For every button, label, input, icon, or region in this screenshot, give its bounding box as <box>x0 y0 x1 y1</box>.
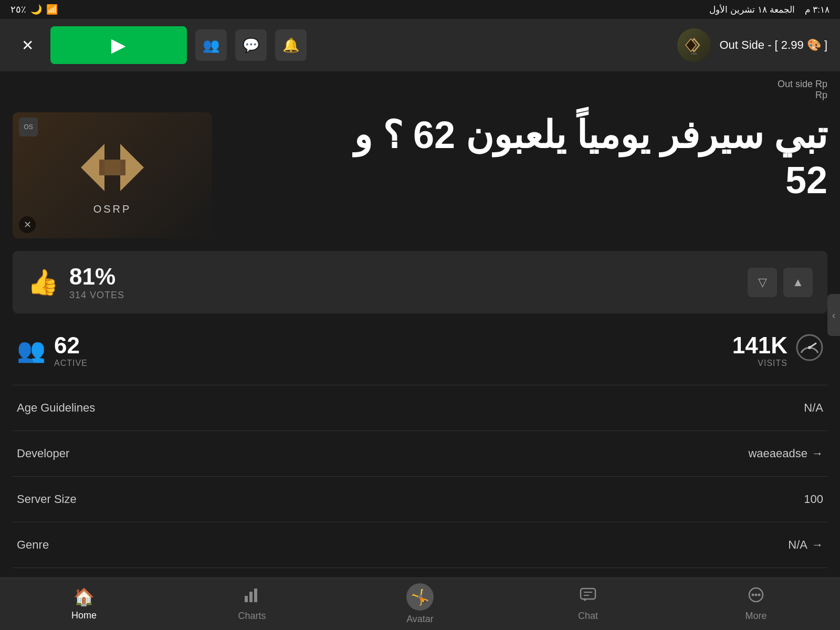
thumbnail-badge: OS <box>19 118 38 136</box>
server-size-value: 100 <box>804 492 823 506</box>
developer-value: waeaeadse <box>748 447 807 460</box>
svg-marker-1 <box>686 39 696 51</box>
svg-point-17 <box>752 594 754 596</box>
server-avatar: OS <box>677 28 711 62</box>
home-label: Home <box>71 610 97 621</box>
nav-tab-more[interactable]: More <box>672 578 840 630</box>
downvote-button[interactable]: ▽ <box>748 268 777 297</box>
hero-section: OSRP OS ✕ تبي سيرفر يومياً يلعبون 62 ؟ و… <box>13 104 827 247</box>
active-label: ACTIVE <box>54 359 88 368</box>
active-count: 62 <box>54 332 88 359</box>
active-stat: 👥 62 ACTIVE <box>17 332 88 368</box>
upvote-icon: ▲ <box>792 276 804 289</box>
top-nav: ✕ ▶ 👥 💬 🔔 OS Out Side - [ 2.99 🎨 ] <box>0 19 840 71</box>
svg-point-18 <box>755 594 758 596</box>
avatar-icon: 🤸 <box>411 589 429 606</box>
status-left: ٢٥٪ 🌙 📶 <box>10 4 58 15</box>
server-avatar-inner: OS <box>677 28 711 62</box>
hero-thumbnail: OSRP OS ✕ <box>13 112 212 238</box>
hero-title: تبي سيرفر يومياً يلعبون 62 ؟ و 52 <box>225 112 827 203</box>
visits-info: 141K VISITS <box>732 332 788 368</box>
chat-label: Chat <box>578 611 598 622</box>
bell-icon: 🔔 <box>282 37 299 54</box>
play-button[interactable]: ▶ <box>50 26 187 64</box>
active-info: 62 ACTIVE <box>54 332 88 368</box>
battery-icon: ٢٥٪ <box>10 4 26 15</box>
nav-tab-home[interactable]: 🏠 Home <box>0 578 168 630</box>
osrp-text-label: OSRP <box>93 203 132 215</box>
chat-bubble-button[interactable]: 💬 <box>235 29 267 61</box>
status-time: ٣:١٨ م <box>805 5 830 15</box>
svg-point-8 <box>808 346 811 349</box>
play-icon: ▶ <box>111 34 126 56</box>
charts-label: Charts <box>238 611 266 622</box>
rating-percent: 81% <box>69 264 737 290</box>
chat-bubble-icon: 💬 <box>243 37 259 54</box>
developer-arrow-icon: → <box>812 447 823 460</box>
status-time-date: ٣:١٨ م الجمعة ١٨ تشرين الأول <box>709 4 830 15</box>
status-date: الجمعة ١٨ تشرين الأول <box>709 5 794 15</box>
hero-title-line2: 52 <box>225 158 827 203</box>
breadcrumb: Out side Rp Rp <box>0 71 840 104</box>
moon-icon: 🌙 <box>30 4 42 15</box>
server-size-label: Server Size <box>17 492 77 506</box>
bell-button[interactable]: 🔔 <box>275 29 307 61</box>
rating-info: 81% 314 VOTES <box>69 264 737 301</box>
close-icon: ✕ <box>22 37 34 54</box>
svg-text:OS: OS <box>691 52 698 55</box>
avatar-circle: 🤸 <box>406 583 434 611</box>
more-label: More <box>745 611 766 622</box>
genre-arrow-icon: → <box>812 538 823 552</box>
divider-4 <box>13 522 827 522</box>
svg-marker-15 <box>583 599 587 601</box>
status-bar: ٢٥٪ 🌙 📶 ٣:١٨ م الجمعة ١٨ تشرين الأول <box>0 0 840 19</box>
more-icon <box>748 586 764 607</box>
thumbs-up-icon: 👍 <box>27 268 59 297</box>
genre-label: Genre <box>17 538 49 552</box>
home-icon: 🏠 <box>74 587 94 607</box>
rating-actions: ▽ ▲ <box>748 268 813 297</box>
svg-rect-5 <box>99 160 125 175</box>
group-button[interactable]: 👥 <box>195 29 227 61</box>
developer-label: Developer <box>17 447 69 460</box>
right-arrow-handle[interactable]: ‹ <box>827 294 840 336</box>
svg-point-19 <box>758 594 761 596</box>
svg-rect-10 <box>249 592 253 602</box>
svg-rect-11 <box>254 589 257 602</box>
developer-row: Developer waeaeadse → <box>13 433 827 474</box>
genre-link[interactable]: N/A → <box>788 538 823 552</box>
breadcrumb-line1: Out side Rp <box>13 79 827 90</box>
divider-5 <box>13 568 827 568</box>
nav-tab-chat[interactable]: Chat <box>504 578 672 630</box>
visits-label: VISITS <box>732 359 788 368</box>
visits-count: 141K <box>732 332 788 359</box>
bottom-nav: 🏠 Home Charts 🤸 Avatar Chat <box>0 578 840 630</box>
svg-rect-12 <box>581 589 595 599</box>
age-guidelines-value: N/A <box>804 401 823 415</box>
badge-logo-icon: OS <box>24 123 33 131</box>
nav-tab-charts[interactable]: Charts <box>168 578 336 630</box>
visits-stat: 141K VISITS <box>732 332 823 368</box>
developer-link[interactable]: waeaeadse → <box>748 447 823 460</box>
chat-icon <box>580 586 596 607</box>
osrp-logo-svg <box>70 136 154 199</box>
divider-3 <box>13 476 827 477</box>
svg-rect-9 <box>245 596 248 602</box>
divider-1 <box>13 385 827 385</box>
right-chevron-icon: ‹ <box>832 309 836 321</box>
server-size-row: Server Size 100 <box>13 479 827 520</box>
hero-title-line1: تبي سيرفر يومياً يلعبون 62 ؟ و <box>225 112 827 158</box>
breadcrumb-line2: Rp <box>13 90 827 101</box>
osrp-logo: OSRP <box>70 136 154 215</box>
charts-icon <box>244 586 260 607</box>
divider-2 <box>13 430 827 431</box>
rating-bar: 👍 81% 314 VOTES ▽ ▲ <box>13 251 827 313</box>
stats-row: 👥 62 ACTIVE 141K VISITS <box>13 318 827 383</box>
close-button[interactable]: ✕ <box>13 30 42 60</box>
upvote-button[interactable]: ▲ <box>783 268 813 297</box>
main-content: OSRP OS ✕ تبي سيرفر يومياً يلعبون 62 ؟ و… <box>0 104 840 589</box>
nav-tab-avatar[interactable]: 🤸 Avatar <box>336 578 504 630</box>
avatar-label: Avatar <box>406 614 434 625</box>
thumbnail-close-icon[interactable]: ✕ <box>19 216 36 233</box>
server-identity: OS Out Side - [ 2.99 🎨 ] <box>677 28 827 62</box>
